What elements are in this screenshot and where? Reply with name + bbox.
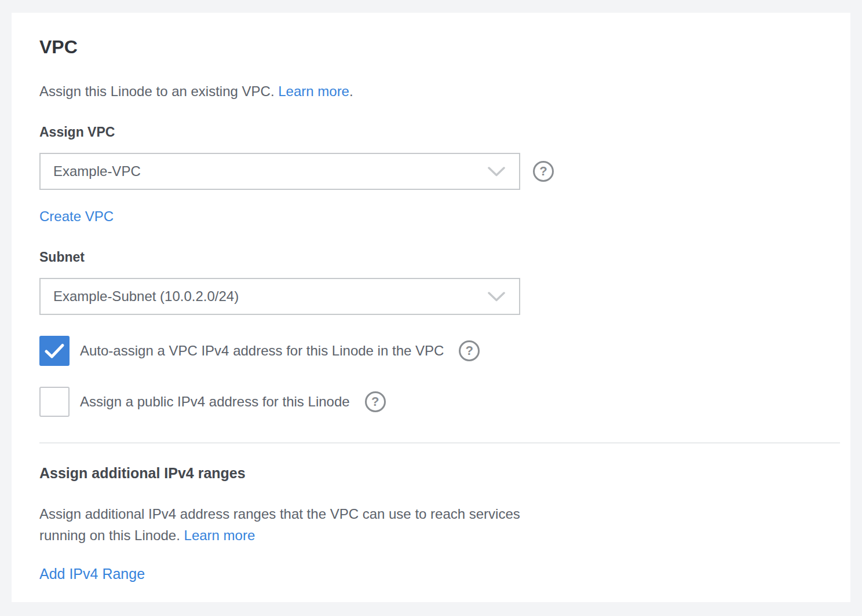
assign-vpc-select-row: Example-VPC ? bbox=[39, 153, 823, 190]
question-mark-glyph: ? bbox=[371, 395, 379, 408]
additional-ranges-sentence: Assign additional IPv4 address ranges th… bbox=[39, 506, 520, 543]
assign-vpc-label: Assign VPC bbox=[39, 123, 823, 141]
create-vpc-link[interactable]: Create VPC bbox=[39, 208, 114, 225]
subnet-select-row: Example-Subnet (10.0.2.0/24) bbox=[39, 278, 823, 315]
additional-ranges-description: Assign additional IPv4 address ranges th… bbox=[39, 503, 532, 546]
auto-assign-ipv4-label: Auto-assign a VPC IPv4 address for this … bbox=[80, 343, 444, 359]
vpc-panel: VPC Assign this Linode to an existing VP… bbox=[12, 13, 850, 602]
auto-assign-ipv4-checkbox[interactable] bbox=[39, 336, 70, 366]
intro-sentence: Assign this Linode to an existing VPC. bbox=[39, 83, 275, 99]
learn-more-link[interactable]: Learn more bbox=[184, 527, 255, 543]
auto-assign-ipv4-row: Auto-assign a VPC IPv4 address for this … bbox=[39, 336, 823, 366]
section-divider bbox=[39, 442, 840, 443]
checkmark-icon bbox=[45, 343, 64, 358]
question-mark-icon[interactable]: ? bbox=[533, 161, 554, 182]
question-mark-icon[interactable]: ? bbox=[459, 340, 480, 361]
subnet-selected-value: Example-Subnet (10.0.2.0/24) bbox=[53, 288, 239, 305]
public-ipv4-label: Assign a public IPv4 address for this Li… bbox=[80, 394, 350, 410]
additional-ranges-heading: Assign additional IPv4 ranges bbox=[39, 464, 823, 482]
add-ipv4-range-link[interactable]: Add IPv4 Range bbox=[39, 566, 145, 582]
question-mark-icon[interactable]: ? bbox=[365, 391, 386, 412]
chevron-down-icon bbox=[488, 292, 505, 302]
learn-more-link[interactable]: Learn more bbox=[278, 83, 349, 99]
panel-title: VPC bbox=[39, 36, 823, 58]
intro-text: Assign this Linode to an existing VPC. L… bbox=[39, 83, 823, 100]
chevron-down-icon bbox=[488, 167, 505, 177]
public-ipv4-row: Assign a public IPv4 address for this Li… bbox=[39, 387, 823, 417]
question-mark-glyph: ? bbox=[466, 344, 473, 357]
assign-vpc-select[interactable]: Example-VPC bbox=[39, 153, 520, 190]
public-ipv4-checkbox[interactable] bbox=[39, 387, 70, 417]
subnet-label: Subnet bbox=[39, 248, 823, 266]
subnet-select[interactable]: Example-Subnet (10.0.2.0/24) bbox=[39, 278, 520, 315]
assign-vpc-selected-value: Example-VPC bbox=[53, 163, 141, 179]
intro-period: . bbox=[349, 83, 353, 99]
question-mark-glyph: ? bbox=[539, 165, 547, 178]
